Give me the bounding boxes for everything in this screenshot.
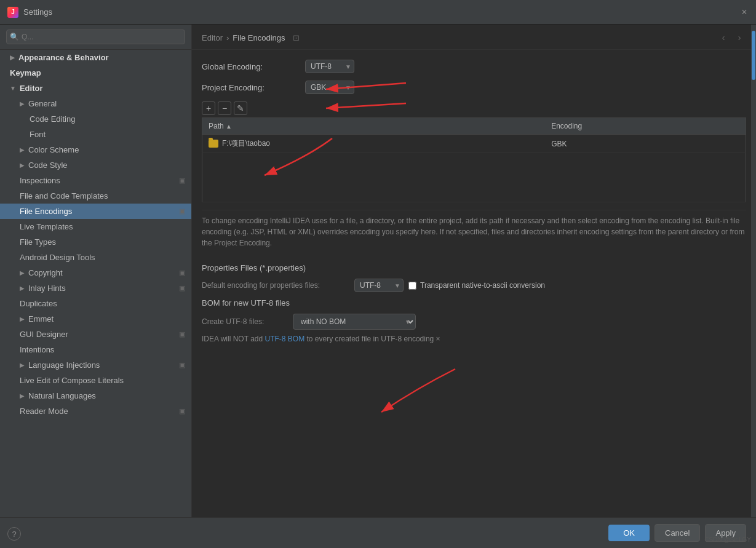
nav-arrows: ‹ ›	[717, 31, 746, 44]
sidebar-item-reader-mode[interactable]: Reader Mode ▣	[0, 403, 191, 419]
idea-note: IDEA will NOT add UTF-8 BOM to every cre…	[202, 335, 746, 343]
table-row[interactable]: F:\项目\taobao GBK	[202, 135, 746, 153]
bom-select[interactable]: with NO BOM with BOM	[293, 314, 416, 330]
scrollbar-thumb	[752, 31, 755, 80]
chevron-right-icon: ▶	[10, 54, 15, 61]
bom-section: BOM for new UTF-8 files Create UTF-8 fil…	[202, 298, 746, 343]
sort-arrow-icon: ▲	[226, 123, 232, 130]
sidebar-scroll: ▶ Appearance & Behavior Keymap ▼ Editor …	[0, 50, 191, 517]
nav-back-button[interactable]: ‹	[717, 31, 730, 44]
default-encoding-select-wrapper: UTF-8 ▼	[354, 279, 404, 292]
remove-button[interactable]: −	[218, 101, 231, 115]
default-encoding-select[interactable]: UTF-8	[354, 279, 404, 292]
chevron-right-icon: ▶	[20, 269, 25, 276]
add-button[interactable]: +	[202, 101, 215, 115]
pin-icon: ▣	[179, 207, 185, 215]
sidebar-item-gui-designer[interactable]: GUI Designer ▣	[0, 327, 191, 342]
title-bar: J Settings ×	[0, 0, 756, 25]
right-scrollbar[interactable]	[751, 25, 756, 517]
transparent-label: Transparent native-to-ascii conversion	[420, 281, 545, 290]
sidebar-item-file-types[interactable]: File Types	[0, 234, 191, 250]
chevron-right-icon: ▶	[20, 285, 25, 292]
project-encoding-select[interactable]: GBK	[305, 81, 354, 94]
sidebar-item-font[interactable]: Font	[0, 127, 191, 142]
path-table: Path ▲ Encoding F:\项目\taobao	[202, 117, 746, 202]
transparent-checkbox-wrapper: Transparent native-to-ascii conversion	[408, 281, 545, 290]
create-utf8-row: Create UTF-8 files: with NO BOM with BOM…	[202, 314, 746, 330]
sidebar-item-general[interactable]: ▶ General	[0, 96, 191, 111]
ok-button[interactable]: OK	[608, 525, 650, 541]
table-toolbar: + − ✎	[202, 101, 746, 115]
title-bar-left: J Settings	[7, 7, 52, 18]
col-encoding-header: Encoding	[545, 118, 746, 135]
pin-icon: ▣	[179, 284, 185, 292]
sidebar-item-color-scheme[interactable]: ▶ Color Scheme	[0, 142, 191, 157]
chevron-right-icon: ▶	[20, 362, 25, 368]
sidebar-item-keymap[interactable]: Keymap	[0, 65, 191, 81]
sidebar-item-android-design-tools[interactable]: Android Design Tools	[0, 250, 191, 265]
chevron-right-icon: ▶	[20, 392, 25, 399]
watermark: CSDN @Sir.LGY	[704, 536, 751, 543]
path-cell: F:\项目\taobao	[202, 135, 546, 153]
global-encoding-label: Global Encoding:	[202, 62, 300, 71]
edit-button[interactable]: ✎	[234, 101, 247, 115]
global-encoding-select[interactable]: UTF-8	[305, 60, 354, 73]
sidebar-item-live-templates[interactable]: Live Templates	[0, 219, 191, 234]
chevron-right-icon: ▶	[20, 100, 25, 107]
properties-section-title: Properties Files (*.properties)	[202, 263, 746, 272]
sidebar-item-language-injections[interactable]: ▶ Language Injections ▣	[0, 357, 191, 373]
bom-select-wrapper: with NO BOM with BOM ▼	[293, 314, 416, 330]
window-title: Settings	[23, 7, 52, 17]
project-encoding-row: Project Encoding: GBK ▼	[202, 81, 746, 94]
transparent-checkbox[interactable]	[408, 282, 416, 290]
path-value: F:\项目\taobao	[222, 138, 270, 149]
search-input[interactable]	[6, 30, 185, 44]
breadcrumb-current: File Encodings	[233, 33, 285, 42]
breadcrumb-parent: Editor	[202, 33, 223, 42]
sidebar-item-file-code-templates[interactable]: File and Code Templates	[0, 188, 191, 204]
sidebar-item-editor[interactable]: ▼ Editor	[0, 81, 191, 96]
pin-icon: ▣	[179, 361, 185, 369]
content-body: Global Encoding: UTF-8 ▼ Project Encodin…	[192, 50, 756, 517]
project-encoding-label: Project Encoding:	[202, 83, 300, 92]
chevron-right-icon: ▶	[20, 316, 25, 322]
pin-icon: ▣	[179, 177, 185, 185]
pin-icon: ▣	[179, 269, 185, 277]
close-button[interactable]: ×	[740, 8, 749, 17]
sidebar-item-emmet[interactable]: ▶ Emmet	[0, 311, 191, 327]
properties-encoding-row: Default encoding for properties files: U…	[202, 279, 746, 292]
utf8-bom-link[interactable]: UTF-8 BOM	[265, 335, 304, 343]
sidebar-item-file-encodings[interactable]: File Encodings ▣	[0, 204, 191, 219]
sidebar-item-appearance[interactable]: ▶ Appearance & Behavior	[0, 50, 191, 65]
content-header: Editor › File Encodings ⊡ ‹ ›	[192, 25, 756, 50]
sidebar-item-copyright[interactable]: ▶ Copyright ▣	[0, 265, 191, 280]
sidebar-item-inspections[interactable]: Inspections ▣	[0, 173, 191, 188]
content-area: Editor › File Encodings ⊡ ‹ › Global Enc…	[192, 25, 756, 517]
breadcrumb: Editor › File Encodings ⊡	[202, 33, 300, 42]
sidebar-item-duplicates[interactable]: Duplicates	[0, 296, 191, 311]
folder-icon	[209, 140, 218, 148]
bottom-bar: OK Cancel Apply	[0, 517, 756, 548]
pin-icon: ▣	[179, 407, 185, 415]
chevron-right-icon: ▶	[20, 162, 25, 169]
default-encoding-label: Default encoding for properties files:	[202, 281, 349, 290]
breadcrumb-separator: ›	[226, 33, 229, 42]
sidebar-item-natural-languages[interactable]: ▶ Natural Languages	[0, 388, 191, 403]
cancel-button[interactable]: Cancel	[655, 524, 700, 542]
pin-icon: ⊡	[293, 33, 300, 42]
sidebar-item-code-style[interactable]: ▶ Code Style	[0, 157, 191, 173]
search-bar: 🔍	[0, 25, 191, 50]
info-text: To change encoding IntelliJ IDEA uses fo…	[202, 210, 746, 253]
search-wrapper: 🔍	[6, 30, 185, 44]
sidebar-item-code-editing[interactable]: Code Editing	[0, 111, 191, 127]
chevron-down-icon: ▼	[10, 85, 16, 92]
help-button[interactable]: ?	[7, 527, 21, 541]
main-layout: 🔍 ▶ Appearance & Behavior Keymap ▼ Edito…	[0, 25, 756, 517]
global-encoding-row: Global Encoding: UTF-8 ▼	[202, 60, 746, 73]
chevron-right-icon: ▶	[20, 146, 25, 153]
sidebar-item-intentions[interactable]: Intentions	[0, 342, 191, 357]
sidebar-item-live-edit[interactable]: Live Edit of Compose Literals	[0, 373, 191, 388]
nav-forward-button[interactable]: ›	[733, 31, 746, 44]
sidebar-item-inlay-hints[interactable]: ▶ Inlay Hints ▣	[0, 280, 191, 296]
pin-icon: ▣	[179, 330, 185, 338]
